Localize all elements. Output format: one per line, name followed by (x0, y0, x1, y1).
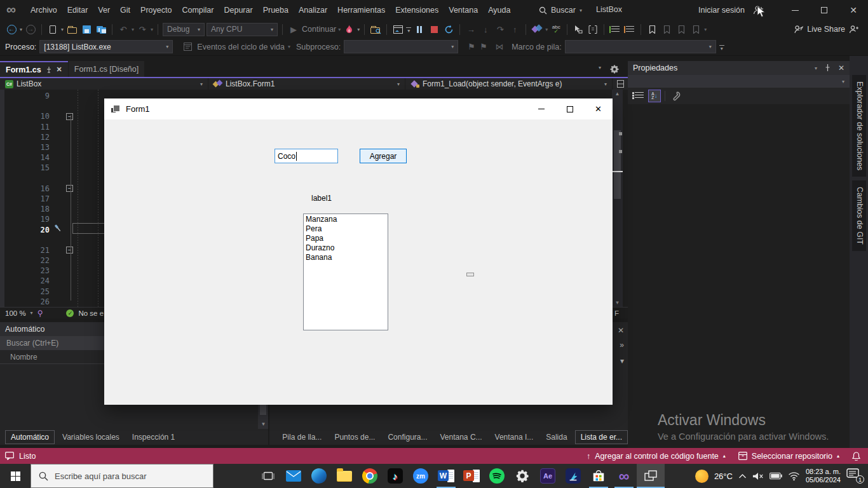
menu-item[interactable]: Git (115, 6, 135, 15)
tiktok-icon[interactable]: ♪ (383, 464, 408, 488)
weather-icon[interactable] (695, 470, 709, 483)
side-tab[interactable]: Cambios de GIT (852, 180, 866, 251)
hot-reload-dropdown-icon[interactable]: ▾ (357, 27, 360, 32)
flag-icon[interactable]: ⚑ (465, 40, 478, 54)
step-back-icon[interactable]: ↷ (494, 22, 506, 36)
restore-button[interactable] (810, 0, 839, 20)
processbar-overflow-icon[interactable]: ▾ (719, 45, 724, 50)
bottom-tab[interactable]: Lista de er... (575, 430, 628, 444)
categorized-icon[interactable] (632, 90, 644, 102)
search-button[interactable]: Buscar ▾ (539, 3, 582, 17)
sign-in-button[interactable]: Iniciar sesión (698, 6, 745, 15)
taskbar-search[interactable]: Escribe aquí para buscar (31, 464, 214, 488)
navigate-forward-icon[interactable]: → (24, 22, 37, 36)
fold-collapse-icon[interactable]: − (66, 113, 73, 120)
chrome-icon[interactable] (357, 464, 383, 488)
listbox-item[interactable]: Durazno (306, 243, 388, 253)
pause-icon[interactable] (413, 22, 426, 36)
listbox-item[interactable]: Banana (306, 253, 388, 262)
continue-label[interactable]: Continuar (302, 25, 336, 34)
stop-icon[interactable] (428, 22, 440, 36)
select-repository-button[interactable]: Seleccionar repositorio ▴ (738, 452, 839, 461)
panel-overflow-icon[interactable]: » (620, 341, 624, 349)
after-effects-icon[interactable]: Ae (535, 464, 560, 488)
menu-item[interactable]: Compilar (177, 6, 219, 15)
zoom-level[interactable]: 100 % (5, 309, 26, 317)
wifi-icon[interactable] (788, 471, 800, 481)
form-maximize-button[interactable] (555, 98, 584, 119)
format-document-icon[interactable] (587, 22, 599, 36)
intellitrace-dropdown-icon[interactable]: ▾ (545, 27, 548, 32)
split-window-button[interactable] (613, 78, 628, 90)
lifecycle-events-icon[interactable] (181, 40, 194, 54)
start-button[interactable] (0, 464, 31, 488)
alphabetical-sort-icon[interactable]: AZ↓ (648, 90, 661, 102)
scrollbar-thumb[interactable] (614, 130, 621, 199)
mail-icon[interactable] (281, 464, 306, 488)
file-explorer-icon[interactable] (332, 464, 357, 488)
zoom-icon[interactable]: zm (408, 464, 433, 488)
object-selector-dropdown[interactable]: ▾ (628, 75, 850, 88)
menu-item[interactable]: Ayuda (483, 6, 515, 15)
menu-item[interactable]: Proyecto (135, 6, 177, 15)
indent-increase-icon[interactable] (623, 22, 636, 36)
agregar-button[interactable]: Agregar (360, 149, 407, 163)
form1-window[interactable]: Form1 ✕ Coco Agregar label1 ManzanaPeraP… (104, 98, 613, 405)
process-dropdown[interactable]: [13188] ListBox.exe▾ (39, 40, 173, 53)
suggestion-icon[interactable]: ⚲ (37, 309, 43, 318)
bell-icon[interactable] (852, 452, 860, 461)
flag-threads-icon[interactable]: ⚑ (477, 40, 490, 54)
tab-form1-cs-diseno[interactable]: Form1.cs [Diseño] (69, 61, 144, 77)
listbox-item[interactable]: Manzana (306, 215, 388, 224)
scroll-up-icon[interactable]: ▲ (612, 91, 623, 97)
hidden-icons-chevron[interactable] (738, 473, 747, 479)
tab-list-dropdown-icon[interactable]: ▾ (599, 65, 601, 74)
toolbar-overflow-icon[interactable]: ▾ (406, 27, 411, 32)
tab-form1-cs[interactable]: Form1.cs ✕ (0, 61, 68, 77)
scroll-down-icon[interactable]: ▼ (258, 421, 268, 427)
minimize-button[interactable] (780, 0, 810, 20)
continue-dropdown-icon[interactable]: ▾ (338, 27, 341, 32)
bottom-tab[interactable]: Pila de lla... (277, 431, 327, 444)
save-icon[interactable] (80, 22, 93, 36)
bottom-tab[interactable]: Salida (541, 431, 572, 444)
bookmarks-dropdown-icon[interactable]: ▾ (704, 27, 707, 32)
configuration-dropdown[interactable]: Debug▾ (163, 23, 205, 36)
microsoft-store-icon[interactable] (586, 464, 611, 488)
form-close-button[interactable]: ✕ (584, 98, 613, 119)
lifecycle-dropdown-icon[interactable]: ▾ (288, 44, 290, 50)
new-file-icon[interactable] (46, 22, 59, 36)
fold-collapse-icon[interactable]: − (66, 247, 73, 254)
premiere-rush-icon[interactable] (560, 464, 586, 488)
menu-item[interactable]: Herramientas (332, 6, 390, 15)
solution-home-icon[interactable] (391, 22, 404, 36)
restart-icon[interactable] (442, 22, 455, 36)
step-into-icon[interactable]: ↓ (479, 22, 492, 36)
live-share-button[interactable]: Live Share (794, 25, 868, 34)
close-panel-icon[interactable]: ✕ (618, 326, 624, 335)
find-in-files-icon[interactable] (369, 22, 382, 36)
spell-check-icon[interactable]: abc✓ (550, 22, 562, 36)
listbox-item[interactable]: Papa (306, 234, 388, 243)
next-bookmark-icon[interactable] (675, 22, 688, 36)
gear-icon[interactable] (610, 65, 619, 74)
side-tab[interactable]: Explorador de soluciones (852, 75, 866, 177)
bookmark-icon[interactable] (646, 22, 658, 36)
navigate-back-icon[interactable]: ← (5, 22, 18, 36)
pin-icon[interactable] (46, 67, 52, 73)
close-tab-icon[interactable]: ✕ (57, 65, 62, 74)
step-out-icon[interactable]: ↑ (508, 22, 521, 36)
menu-item[interactable]: Ventana (444, 6, 483, 15)
thread-dropdown[interactable]: ▾ (344, 40, 458, 53)
bottom-tab[interactable]: Automático (5, 430, 55, 444)
panel-menu-icon[interactable]: ▾ (815, 65, 817, 71)
bottom-tab[interactable]: Inspección 1 (127, 431, 180, 444)
intellitrace-icon[interactable] (531, 22, 543, 36)
bottom-tab[interactable]: Ventana I... (490, 431, 539, 444)
word-icon[interactable]: W (433, 464, 459, 488)
zoom-dropdown-icon[interactable]: ▾ (31, 310, 33, 316)
listbox-app-icon[interactable] (637, 464, 665, 488)
redo-dropdown-icon[interactable]: ▾ (151, 27, 153, 32)
close-panel-icon[interactable]: ✕ (838, 64, 844, 72)
undo-icon[interactable]: ↶ (117, 22, 130, 36)
